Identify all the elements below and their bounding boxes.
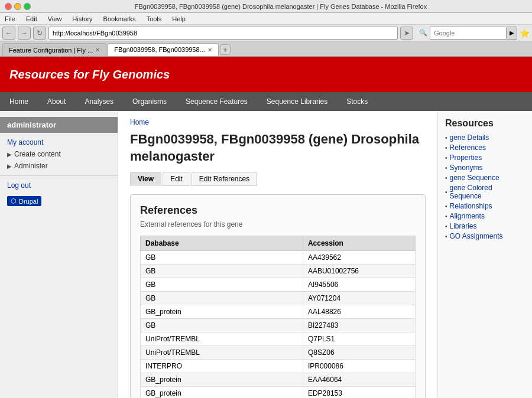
cell-database: UniProt/TREMBL	[141, 332, 303, 346]
cell-accession: AI945506	[303, 278, 415, 292]
tab-edit-references[interactable]: Edit References	[192, 172, 257, 186]
table-row: UniProt/TREMBLQ7PLS1	[141, 332, 416, 346]
tab-2[interactable]: FBgn0039958, FBgn0039958... ✕	[108, 43, 219, 56]
drupal-label: Drupal	[19, 198, 38, 205]
menu-tools[interactable]: Tools	[144, 15, 164, 22]
cell-accession: Q7PLS1	[303, 332, 415, 346]
table-row: GBAY071204	[141, 292, 416, 305]
table-row: GB_proteinEAA46064	[141, 373, 416, 387]
resource-link[interactable]: References	[450, 143, 486, 152]
tab-1-close[interactable]: ✕	[95, 47, 100, 53]
page-wrapper: Resources for Fly Genomics Home About An…	[0, 57, 532, 398]
new-tab-button[interactable]: +	[220, 44, 231, 55]
forward-button[interactable]: →	[18, 27, 31, 40]
cell-accession: BI227483	[303, 319, 415, 332]
menu-edit[interactable]: Edit	[24, 15, 40, 22]
cell-database: GB	[141, 319, 303, 332]
list-item: Libraries	[445, 222, 525, 230]
resource-link[interactable]: gene Details	[450, 133, 489, 142]
menu-file[interactable]: File	[2, 15, 18, 22]
tab-view[interactable]: View	[130, 172, 161, 186]
tab-1[interactable]: Feature Configuration | Fly ... ✕	[2, 43, 106, 56]
resource-link[interactable]: gene Sequence	[450, 174, 499, 182]
table-row: GBAA439562	[141, 251, 416, 265]
table-row: GB_proteinAAL48826	[141, 305, 416, 319]
cell-database: GB	[141, 278, 303, 292]
table-row: INTERPROIPR000086	[141, 360, 416, 373]
cell-accession: AABU01002756	[303, 265, 415, 278]
table-row: GBAABU01002756	[141, 265, 416, 278]
cell-database: INTERPRO	[141, 360, 303, 373]
cell-database: GB_protein	[141, 373, 303, 387]
bookmark-icon[interactable]: ⭐	[520, 28, 530, 38]
list-item: Alignments	[445, 212, 525, 220]
reload-button[interactable]: ↻	[33, 27, 46, 40]
menu-help[interactable]: Help	[170, 15, 188, 22]
nav-sequence-libraries[interactable]: Sequence Libraries	[257, 92, 337, 111]
sidebar-administer[interactable]: ▶ Administer	[0, 160, 118, 172]
cell-accession: Q8SZ06	[303, 346, 415, 360]
col-header-accession: Accession	[303, 236, 415, 251]
browser-menubar: File Edit View History Bookmarks Tools H…	[0, 13, 532, 25]
resource-link[interactable]: gene Colored Sequence	[450, 184, 525, 200]
address-bar[interactable]	[48, 27, 398, 40]
tab-edit[interactable]: Edit	[163, 172, 190, 186]
sidebar-username: administrator	[0, 117, 118, 133]
resources-title: Resources	[445, 118, 525, 129]
cell-database: GB_protein	[141, 387, 303, 398]
references-section: References External references for this …	[130, 194, 426, 398]
resource-link[interactable]: GO Assignments	[450, 232, 503, 240]
cell-accession: IPR000086	[303, 360, 415, 373]
resource-link[interactable]: Properties	[450, 154, 482, 162]
window-title: FBgn0039958, FBgn0039958 (gene) Drosophi…	[34, 3, 527, 10]
sidebar-create-content[interactable]: ▶ Create content	[0, 148, 118, 160]
menu-view[interactable]: View	[46, 15, 64, 22]
cell-accession: EAA46064	[303, 373, 415, 387]
menu-history[interactable]: History	[70, 15, 95, 22]
nav-stocks[interactable]: Stocks	[337, 92, 377, 111]
nav-sequence-features[interactable]: Sequence Features	[176, 92, 257, 111]
list-item: gene Details	[445, 133, 525, 142]
minimize-window-button[interactable]	[14, 3, 21, 10]
nav-organisms[interactable]: Organisms	[123, 92, 176, 111]
administer-arrow: ▶	[7, 163, 12, 169]
sidebar-divider	[0, 175, 118, 176]
close-window-button[interactable]	[5, 3, 12, 10]
tab-2-close[interactable]: ✕	[207, 47, 212, 53]
table-row: GBAI945506	[141, 278, 416, 292]
resource-link[interactable]: Libraries	[450, 222, 477, 230]
site-header: Resources for Fly Genomics	[0, 57, 532, 92]
resource-link[interactable]: Relationships	[450, 202, 492, 210]
sidebar-log-out[interactable]: Log out	[0, 180, 118, 191]
cell-database: GB	[141, 292, 303, 305]
maximize-window-button[interactable]	[24, 3, 31, 10]
cell-accession: AY071204	[303, 292, 415, 305]
sidebar-my-account[interactable]: My account	[0, 136, 118, 148]
search-label: 🔍	[419, 29, 427, 37]
go-button[interactable]: ➤	[400, 27, 413, 40]
search-input[interactable]	[430, 27, 507, 40]
search-go-button[interactable]: ▶	[507, 27, 517, 40]
back-button[interactable]: ←	[2, 27, 15, 40]
resource-link[interactable]: Alignments	[450, 212, 485, 220]
list-item: GO Assignments	[445, 232, 525, 240]
breadcrumb-home[interactable]: Home	[130, 118, 149, 126]
nav-home[interactable]: Home	[0, 92, 38, 111]
tab-2-label: FBgn0039958, FBgn0039958...	[114, 46, 205, 53]
table-row: UniProt/TREMBLQ8SZ06	[141, 346, 416, 360]
menu-bookmarks[interactable]: Bookmarks	[101, 15, 138, 22]
cell-accession: EDP28153	[303, 387, 415, 398]
create-content-arrow: ▶	[7, 151, 12, 158]
nav-analyses[interactable]: Analyses	[75, 92, 123, 111]
resource-link[interactable]: Synonyms	[450, 164, 483, 172]
page-title: FBgn0039958, FBgn0039958 (gene) Drosophi…	[130, 131, 426, 165]
table-row: GBBI227483	[141, 319, 416, 332]
list-item: Properties	[445, 154, 525, 162]
browser-toolbar: ← → ↻ ➤ 🔍 ▶ ⭐	[0, 25, 532, 41]
references-table: Dababase Accession GBAA439562GBAABU01002…	[140, 236, 416, 398]
list-item: Relationships	[445, 202, 525, 210]
section-description: External references for this gene	[140, 220, 416, 229]
content-tabs: View Edit Edit References	[130, 172, 426, 186]
nav-about[interactable]: About	[38, 92, 75, 111]
list-item: Synonyms	[445, 164, 525, 172]
